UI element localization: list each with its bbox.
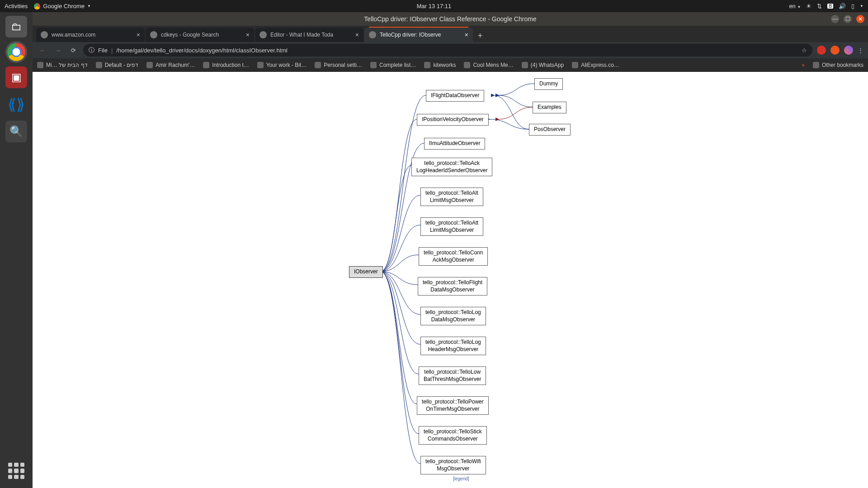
tab-label: www.amazon.com xyxy=(52,32,95,38)
forward-button[interactable]: → xyxy=(52,47,63,54)
diagram-node[interactable]: PosObserver xyxy=(529,124,571,136)
window-titlebar: TelloCpp driver: IObserver Class Referen… xyxy=(33,12,868,26)
tab-label: Editor - What I Made Toda xyxy=(270,32,333,38)
diagram-node[interactable]: tello_protocol::TelloLogDataMsgObserver xyxy=(420,307,486,325)
clock[interactable]: Mar 13 17:11 xyxy=(417,3,452,9)
diagram-node[interactable]: tello_protocol::TelloAckLogHeaderIdSende… xyxy=(411,158,492,176)
diagram-node[interactable]: tello_protocol::TelloFlightDataMsgObserv… xyxy=(418,277,487,296)
diagram-node[interactable]: IImuAttitudeObserver xyxy=(424,138,485,150)
battery-icon[interactable]: ▯ xyxy=(851,3,854,9)
show-applications-icon[interactable] xyxy=(8,463,24,479)
close-tab-icon[interactable]: × xyxy=(137,31,140,38)
launcher-dock: 🗀 ▣ ⟪⟫ 🔍 xyxy=(0,12,33,488)
diagram-node[interactable]: IFlightDataObserver xyxy=(426,90,484,102)
close-tab-icon[interactable]: × xyxy=(246,31,250,38)
close-tab-icon[interactable]: × xyxy=(465,31,468,38)
tab-label: cdkeys - Google Search xyxy=(161,32,219,38)
diagram-node[interactable]: tello_protocol::TelloAltLimitMsgObserver xyxy=(420,188,483,206)
chrome-app-icon[interactable] xyxy=(7,43,25,61)
page-content: IObserverIFlightDataObserverDummyExample… xyxy=(33,72,868,488)
browser-tab[interactable]: cdkeys - Google Search× xyxy=(146,28,254,42)
brightness-icon[interactable]: ☀ xyxy=(806,3,811,9)
bookmark-label: Introduction t… xyxy=(212,62,249,68)
bookmark-item[interactable]: Complete list… xyxy=(370,62,416,68)
diagram-node[interactable]: tello_protocol::TelloPowerOnTimerMsgObse… xyxy=(417,396,489,415)
bookmark-item[interactable]: (4) WhatsApp xyxy=(522,62,564,68)
new-tab-button[interactable]: + xyxy=(474,29,486,42)
favicon xyxy=(96,62,102,68)
bookmark-item[interactable]: AliExpress.co… xyxy=(572,62,619,68)
info-icon[interactable]: ⓘ xyxy=(89,46,94,54)
bookmark-item[interactable]: kiteworks xyxy=(424,62,456,68)
profile-avatar-icon[interactable] xyxy=(844,46,853,55)
favicon xyxy=(257,62,264,68)
favicon xyxy=(37,62,43,68)
bookmarks-bar: Mi… דף הבית שלDefault - דפיםAmir Rachum'… xyxy=(33,58,868,72)
bookmark-overflow[interactable]: » xyxy=(802,62,805,68)
bookmark-label: kiteworks xyxy=(433,62,456,68)
bookmark-label: Complete list… xyxy=(379,62,416,68)
browser-tab[interactable]: Editor - What I Made Toda× xyxy=(255,28,363,42)
minimize-button[interactable]: — xyxy=(831,15,839,23)
inheritance-diagram: IObserverIFlightDataObserverDummyExample… xyxy=(33,72,868,488)
diagram-node[interactable]: tello_protocol::TelloConnAckMsgObserver xyxy=(419,247,488,266)
image-viewer-icon[interactable]: 🔍 xyxy=(5,121,27,142)
bookmark-item[interactable]: Mi… דף הבית של xyxy=(37,62,88,68)
chevron-down-icon[interactable]: ▼ xyxy=(860,4,863,8)
extension-icon[interactable] xyxy=(817,46,826,55)
diagram-node[interactable]: tello_protocol::TelloStickCommandsObserv… xyxy=(419,426,487,445)
bookmark-item[interactable]: Personal setti… xyxy=(315,62,362,68)
bluetooth-icon[interactable]: B xyxy=(827,4,833,9)
favicon xyxy=(424,62,430,68)
bookmark-label: Your work - Bit… xyxy=(266,62,307,68)
window-title: TelloCpp driver: IObserver Class Referen… xyxy=(364,15,536,23)
favicon xyxy=(370,62,377,68)
diagram-node[interactable]: tello_protocol::TelloLogHeaderMsgObserve… xyxy=(420,337,486,355)
diagram-node[interactable]: Dummy xyxy=(534,78,563,90)
bookmark-star-icon[interactable]: ☆ xyxy=(802,47,807,54)
close-tab-icon[interactable]: × xyxy=(355,31,359,38)
favicon xyxy=(572,62,578,68)
vscode-app-icon[interactable]: ⟪⟫ xyxy=(5,94,27,115)
activities-button[interactable]: Activities xyxy=(5,3,28,9)
browser-tab[interactable]: www.amazon.com× xyxy=(36,28,145,42)
back-button[interactable]: ← xyxy=(37,47,48,54)
files-app-icon[interactable]: 🗀 xyxy=(5,16,27,38)
bookmark-item[interactable]: Default - דפים xyxy=(96,62,139,68)
diagram-node[interactable]: IPositionVelocityObserver xyxy=(417,114,489,126)
volume-icon[interactable]: 🔊 xyxy=(839,3,846,9)
diagram-node[interactable]: tello_protocol::TelloLowBatThreshMsgObse… xyxy=(419,366,486,385)
bookmark-item[interactable]: Introduction t… xyxy=(203,62,249,68)
bookmark-item[interactable]: Your work - Bit… xyxy=(257,62,307,68)
favicon xyxy=(146,62,153,68)
favicon xyxy=(150,31,157,38)
favicon xyxy=(259,31,267,38)
diagram-node[interactable]: Examples xyxy=(533,102,566,113)
diagram-node[interactable]: tello_protocol::TelloAttLimitMsgObserver xyxy=(420,217,483,236)
diagram-root-node[interactable]: IObserver xyxy=(349,266,383,278)
close-button[interactable]: ✕ xyxy=(856,15,864,23)
gnome-topbar: Activities Google Chrome ▼ Mar 13 17:11 … xyxy=(0,0,868,12)
menu-icon[interactable]: ⋮ xyxy=(858,47,863,54)
bookmark-item[interactable]: Cool Mens Me… xyxy=(464,62,513,68)
bookmark-item[interactable]: Amir Rachum'… xyxy=(146,62,195,68)
bookmark-label: Mi… דף הבית של xyxy=(46,62,88,68)
favicon xyxy=(41,31,48,38)
extension-icon[interactable] xyxy=(830,46,840,55)
tab-label: TelloCpp driver: IObserve xyxy=(380,32,441,38)
app-menu[interactable]: Google Chrome ▼ xyxy=(34,3,91,9)
favicon xyxy=(369,31,376,38)
browser-tab[interactable]: TelloCpp driver: IObserve× xyxy=(364,28,473,42)
diagram-legend-link[interactable]: [legend] xyxy=(453,476,469,481)
reload-button[interactable]: ⟳ xyxy=(68,47,79,54)
url-field[interactable]: ⓘ File | /home/gal/dev/tello_driver/docs… xyxy=(83,44,812,56)
favicon xyxy=(315,62,321,68)
screenshot-app-icon[interactable]: ▣ xyxy=(5,66,27,88)
favicon xyxy=(203,62,209,68)
diagram-node[interactable]: tello_protocol::TelloWifiMsgObserver xyxy=(420,456,486,474)
other-bookmarks[interactable]: Other bookmarks xyxy=(813,62,863,68)
network-icon[interactable]: ⇅ xyxy=(817,3,822,9)
language-indicator[interactable]: en ▼ xyxy=(789,3,801,9)
tab-strip: www.amazon.com×cdkeys - Google Search×Ed… xyxy=(33,26,868,42)
maximize-button[interactable]: ☐ xyxy=(844,15,852,23)
